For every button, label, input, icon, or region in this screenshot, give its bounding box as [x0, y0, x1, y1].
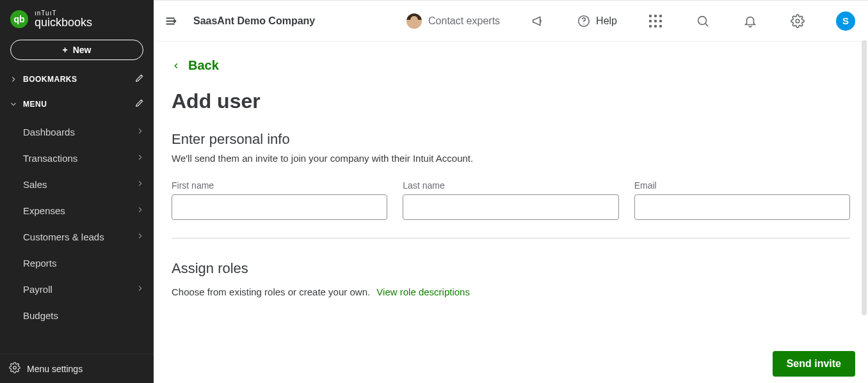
expert-avatar-icon — [406, 13, 422, 29]
gear-icon — [9, 362, 20, 375]
personal-info-title: Enter personal info — [172, 131, 850, 148]
roles-desc-wrap: Choose from existing roles or create you… — [172, 286, 850, 297]
announcements-button[interactable] — [529, 12, 547, 30]
first-name-field-wrap: First name — [172, 180, 387, 220]
email-input[interactable] — [634, 194, 850, 220]
help-button[interactable]: Help — [577, 14, 617, 28]
svg-point-0 — [13, 366, 17, 370]
content-area: Back Add user Enter personal info We'll … — [154, 42, 868, 383]
svg-point-5 — [583, 23, 584, 24]
last-name-field-wrap: Last name — [403, 180, 618, 220]
brand-mark-icon: qb — [10, 10, 28, 28]
sidebar-item-label: Payroll — [23, 284, 52, 295]
sidebar-item-label: Customers & leads — [23, 231, 104, 242]
sidebar-item-label: Reports — [23, 258, 57, 269]
sidebar-item-dashboards[interactable]: Dashboards — [0, 119, 154, 145]
email-field-wrap: Email — [634, 180, 850, 220]
sidebar-item-label: Dashboards — [23, 127, 75, 137]
sidebar-item-expenses[interactable]: Expenses — [0, 198, 154, 224]
chevron-right-icon — [136, 127, 145, 137]
bookmarks-label: BOOKMARKS — [23, 75, 77, 84]
edit-icon[interactable] — [134, 98, 145, 110]
scrollbar[interactable] — [862, 40, 867, 315]
new-button-label: New — [73, 45, 92, 55]
bookmarks-section-header[interactable]: BOOKMARKS — [0, 66, 154, 91]
send-invite-label: Send invite — [787, 358, 841, 369]
sidebar-item-transactions[interactable]: Transactions — [0, 145, 154, 171]
search-icon — [696, 14, 710, 28]
chevron-right-icon — [136, 231, 145, 242]
apps-grid-icon — [649, 15, 662, 27]
contact-experts-button[interactable]: Contact experts — [406, 13, 500, 29]
email-label: Email — [634, 180, 850, 191]
help-label: Help — [596, 15, 617, 27]
send-invite-button[interactable]: Send invite — [773, 351, 855, 377]
svg-line-7 — [705, 24, 708, 26]
last-name-label: Last name — [403, 180, 618, 191]
view-role-descriptions-link[interactable]: View role descriptions — [376, 286, 470, 297]
sidebar-item-sales[interactable]: Sales — [0, 171, 154, 198]
roles-title: Assign roles — [172, 260, 850, 277]
topbar: SaasAnt Demo Company Contact experts Hel… — [154, 1, 868, 42]
notifications-button[interactable] — [741, 12, 759, 30]
new-button[interactable]: + New — [10, 40, 143, 60]
page-title: Add user — [172, 90, 850, 113]
sidebar-item-customers-leads[interactable]: Customers & leads — [0, 224, 154, 250]
brand-mark-text: qb — [13, 14, 24, 24]
sidebar-item-label: Sales — [23, 179, 47, 190]
menu-settings-button[interactable]: Menu settings — [0, 354, 154, 383]
first-name-input[interactable] — [172, 194, 387, 220]
sidebar-toggle-button[interactable] — [164, 14, 178, 28]
chevron-down-icon — [9, 100, 18, 109]
sidebar-item-label: Budgets — [23, 310, 58, 321]
megaphone-icon — [531, 14, 545, 28]
gear-icon — [791, 14, 805, 28]
bell-icon — [743, 14, 757, 28]
personal-info-desc: We'll send them an invite to join your c… — [172, 153, 850, 164]
back-label: Back — [188, 58, 219, 73]
apps-button[interactable] — [647, 12, 664, 30]
chevron-right-icon — [136, 284, 145, 295]
brand-bottom: quickbooks — [35, 17, 92, 28]
back-button[interactable]: Back — [172, 58, 219, 73]
divider — [172, 238, 850, 238]
svg-point-8 — [796, 19, 800, 23]
company-name[interactable]: SaasAnt Demo Company — [193, 15, 315, 27]
menu-label: MENU — [23, 100, 47, 109]
chevron-right-icon — [136, 153, 145, 164]
sidebar-item-reports[interactable]: Reports — [0, 250, 154, 276]
roles-desc: Choose from existing roles or create you… — [172, 286, 370, 297]
svg-point-6 — [698, 16, 707, 24]
search-button[interactable] — [694, 12, 712, 30]
sidebar-item-label: Expenses — [23, 205, 65, 216]
chevron-left-icon — [172, 61, 181, 70]
chevron-right-icon — [136, 205, 145, 216]
settings-button[interactable] — [789, 12, 807, 30]
brand-text: ınTuıT quickbooks — [35, 10, 92, 28]
profile-button[interactable]: S — [836, 12, 855, 31]
first-name-label: First name — [172, 180, 387, 191]
help-icon — [577, 14, 591, 28]
sidebar: qb ınTuıT quickbooks + New BOOKMARKS MEN… — [0, 0, 154, 383]
edit-icon[interactable] — [134, 73, 145, 85]
chevron-right-icon — [136, 179, 145, 190]
profile-initial: S — [842, 15, 849, 26]
contact-experts-label: Contact experts — [428, 15, 500, 27]
plus-icon: + — [63, 45, 68, 54]
last-name-input[interactable] — [403, 194, 618, 220]
menu-section-header[interactable]: MENU — [0, 91, 154, 116]
menu-list: Dashboards Transactions Sales Expenses C… — [0, 116, 154, 329]
menu-settings-label: Menu settings — [27, 364, 83, 374]
sidebar-item-payroll[interactable]: Payroll — [0, 276, 154, 302]
sidebar-item-budgets[interactable]: Budgets — [0, 302, 154, 329]
footer-actions: Send invite — [773, 351, 855, 377]
personal-info-form: First name Last name Email — [172, 180, 850, 220]
sidebar-item-label: Transactions — [23, 153, 77, 164]
main-panel: SaasAnt Demo Company Contact experts Hel… — [154, 0, 868, 383]
brand-logo[interactable]: qb ınTuıT quickbooks — [0, 0, 154, 32]
chevron-right-icon — [9, 75, 18, 84]
